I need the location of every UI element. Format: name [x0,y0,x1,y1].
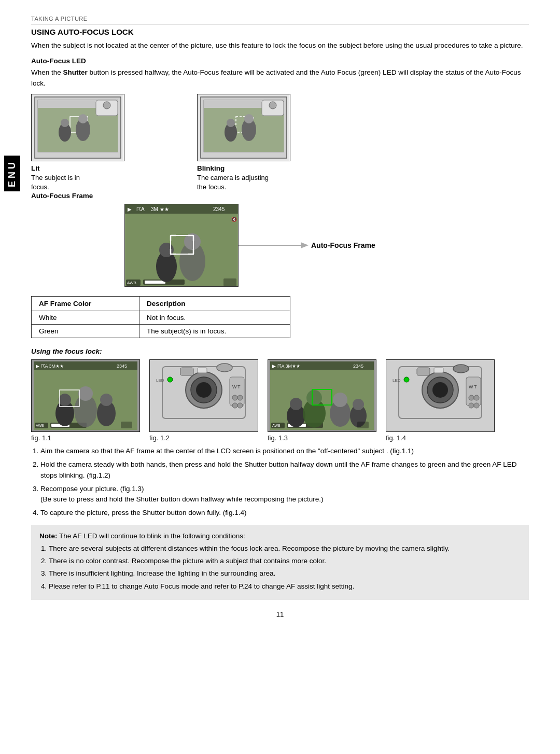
af-table-col1-header: AF Frame Color [32,297,139,311]
af-led-heading: Auto-Focus LED [31,57,529,65]
af-table-container: AF Frame Color Description WhiteNot in f… [31,296,529,338]
af-frame-arrow-container: Auto-Focus Frame [239,238,375,253]
svg-rect-72 [198,368,207,373]
svg-rect-66 [121,422,132,428]
af-color-cell: White [32,311,139,325]
svg-point-37 [159,243,174,257]
svg-point-23 [269,102,276,109]
svg-text:AWB: AWB [272,424,281,427]
svg-point-113 [474,403,479,408]
svg-rect-107 [466,377,481,406]
fig-1-4-svg: W T LED [388,361,492,430]
table-row: WhiteNot in focus. [32,311,290,325]
svg-point-78 [232,403,237,408]
svg-point-9 [78,114,88,123]
focus-lock-images-row: ▶ ☈A 3M★★ 2345 AWB fig. 1.1 [31,359,529,442]
af-frame-section: Auto-Focus Frame ▶ ☈A 3M ★★ 2345 🔇 AWB [31,192,529,287]
svg-point-80 [217,364,232,372]
fig-1-1-box: ▶ ☈A 3M★★ 2345 AWB [31,359,140,432]
note-box: Note: The AF LED will continue to blink … [31,525,529,600]
af-color-cell: Green [32,325,139,338]
svg-text:☈A: ☈A [136,206,145,212]
step-2: Hold the camera steady with both hands, … [40,459,529,481]
led-lit-item: Lit The subject is in focus. [31,94,124,192]
af-frame-label: Auto-Focus Frame [311,241,375,249]
svg-text:▶: ▶ [128,206,132,212]
svg-rect-34 [145,281,165,284]
svg-point-110 [469,395,474,400]
enu-sidebar: ENU [4,156,20,191]
svg-rect-106 [434,368,443,373]
svg-text:T: T [474,384,477,389]
af-desc-cell: The subject(s) is in focus. [139,325,290,338]
section-label: TAKING A PICTURE [31,16,529,24]
note-list-item: Please refer to P.11 to change Auto Focu… [49,581,521,592]
table-row: GreenThe subject(s) is in focus. [32,325,290,338]
af-frame-display-row: ▶ ☈A 3M ★★ 2345 🔇 AWB [124,204,529,287]
fig-1-2-svg: W T LED [152,361,256,430]
af-frame-heading: Auto-Focus Frame [31,192,529,200]
svg-point-77 [237,395,243,400]
fig-1-3-box: ▶ ☈A 3M★★ 2345 AWB [268,359,376,432]
note-list: There are several subjects at different … [49,543,521,592]
svg-point-21 [244,114,254,123]
svg-text:2345: 2345 [213,206,225,212]
page-number: 11 [31,610,529,618]
af-table-body: WhiteNot in focus.GreenThe subject(s) is… [32,311,290,338]
svg-text:LED: LED [393,378,401,383]
svg-point-64 [100,394,113,406]
af-desc-cell: Not in focus. [139,311,290,325]
svg-point-11 [103,102,110,109]
fig-1-3-label: fig. 1.3 [268,434,288,442]
led-lit-svg [34,96,122,159]
svg-point-112 [469,403,474,408]
svg-point-114 [453,365,469,373]
svg-text:▶ ☈A 3M★★: ▶ ☈A 3M★★ [36,364,64,369]
lit-label: Lit [31,164,40,172]
svg-text:W: W [232,384,237,389]
focus-lock-item-3: ▶ ☈A 3M★★ 2345 AWB fig. 1.3 [268,359,376,442]
svg-point-98 [353,399,364,410]
af-table: AF Frame Color Description WhiteNot in f… [31,296,290,338]
svg-point-111 [474,395,479,400]
fig-1-2-box: W T LED [149,359,258,432]
led-blinking-svg [200,96,288,159]
svg-point-62 [78,386,93,401]
af-frame-svg: ▶ ☈A 3M ★★ 2345 🔇 AWB [125,204,239,287]
af-led-desc-suffix: button is pressed halfway, the Auto-Focu… [31,68,521,87]
note-list-item: There is no color contrast. Recompose th… [49,556,521,566]
svg-point-76 [232,395,237,400]
svg-point-79 [237,403,243,408]
svg-point-92 [290,398,302,410]
af-frame-image-box: ▶ ☈A 3M ★★ 2345 🔇 AWB [124,204,239,287]
fig-1-3-svg: ▶ ☈A 3M★★ 2345 AWB [270,361,374,430]
focus-lock-item-4: W T LED fig. 1.4 [386,359,495,442]
svg-rect-71 [180,368,193,375]
svg-text:3M ★★: 3M ★★ [151,206,169,212]
af-led-description: When the Shutter button is pressed halfw… [31,67,529,89]
svg-text:W: W [469,384,473,389]
step-1: Aim the camera so that the AF frame at t… [40,446,529,456]
fig-1-1-svg: ▶ ☈A 3M★★ 2345 AWB [34,361,137,430]
note-list-item: There is insufficient lighting. Increase… [49,568,521,579]
af-frame-arrow-svg [239,238,311,253]
lit-desc: The subject is in focus. [31,173,80,192]
shutter-bold: Shutter [63,68,88,76]
svg-rect-100 [357,422,369,428]
svg-point-94 [306,390,322,406]
main-heading: USING AUTO-FOCUS LOCK [31,27,529,36]
focus-lock-item-2: W T LED fig. 1.2 [149,359,258,442]
svg-point-115 [404,377,409,382]
svg-marker-50 [301,242,309,248]
blinking-desc: The camera is adjusting the focus. [197,173,269,192]
svg-text:LED: LED [156,378,164,383]
svg-text:🔇: 🔇 [231,216,237,222]
fig-1-1-label: fig. 1.1 [31,434,51,442]
svg-rect-73 [230,377,244,406]
fig-1-2-label: fig. 1.2 [149,434,170,442]
led-blinking-item: Blinking The camera is adjusting the foc… [197,94,290,192]
note-title: Note: [39,532,58,540]
blinking-label: Blinking [197,164,225,172]
fig-1-4-label: fig. 1.4 [386,434,406,442]
svg-text:▶ ☈A 3M★★: ▶ ☈A 3M★★ [272,364,300,369]
